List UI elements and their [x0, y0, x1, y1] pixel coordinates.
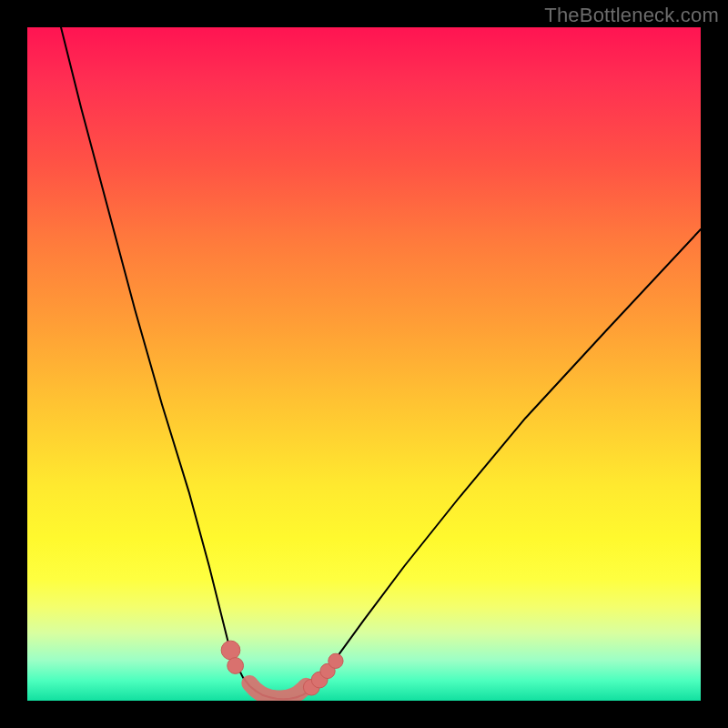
left-marker-upper: [221, 641, 240, 660]
marker-points: [221, 641, 343, 695]
valley-band: [249, 683, 306, 699]
chart-frame: TheBottleneck.com: [0, 0, 728, 728]
right-marker-4: [329, 653, 343, 668]
left-marker-lower: [228, 658, 244, 674]
watermark-text: TheBottleneck.com: [544, 4, 719, 27]
plot-area: [27, 27, 701, 701]
series-right-branch: [297, 229, 701, 697]
valley-band: [249, 683, 306, 699]
series-left-branch: [61, 27, 269, 697]
bottleneck-curve: [61, 27, 701, 699]
chart-svg: [27, 27, 701, 701]
